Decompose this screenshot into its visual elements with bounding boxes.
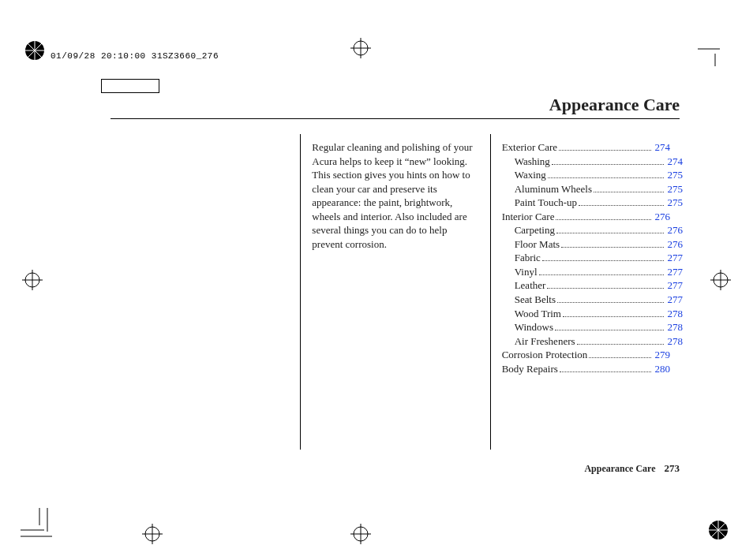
page-footer: Appearance Care 273 xyxy=(584,462,680,475)
toc-entry[interactable]: Exterior Care274 xyxy=(502,140,670,155)
toc-entry[interactable]: Fabric277 xyxy=(502,251,683,265)
toc-label: Washing xyxy=(515,155,550,169)
toc-label: Leather xyxy=(515,278,546,293)
toc-label: Interior Care xyxy=(502,210,555,224)
toc-page-number[interactable]: 277 xyxy=(667,265,683,279)
toc-entry[interactable]: Windows278 xyxy=(502,320,683,334)
toc-entry[interactable]: Paint Touch-up275 xyxy=(502,196,683,210)
column-1-empty xyxy=(111,134,300,450)
toc-page-number[interactable]: 276 xyxy=(667,223,683,237)
toc-leader-dots xyxy=(589,357,651,358)
print-stamp: 01/09/28 20:10:00 31SZ3660_276 xyxy=(51,51,219,61)
toc-leader-dots xyxy=(557,302,664,303)
toc-entry[interactable]: Aluminum Wheels275 xyxy=(502,182,683,196)
toc-page-number[interactable]: 276 xyxy=(654,210,670,224)
toc-page-number[interactable]: 276 xyxy=(667,237,683,252)
toc-page-number[interactable]: 280 xyxy=(654,362,670,376)
toc-label: Waxing xyxy=(515,168,546,182)
toc-label: Exterior Care xyxy=(502,140,557,155)
toc-page-number[interactable]: 277 xyxy=(667,251,683,265)
toc-page-number[interactable]: 278 xyxy=(667,320,683,334)
toc-leader-dots xyxy=(560,371,652,372)
registration-cross-icon xyxy=(710,270,731,290)
toc-page-number[interactable]: 279 xyxy=(654,348,670,362)
toc-label: Wood Trim xyxy=(515,307,561,321)
toc-page-number[interactable]: 275 xyxy=(667,196,683,210)
toc-label: Floor Mats xyxy=(515,237,560,252)
toc-label: Corrosion Protection xyxy=(502,348,588,362)
toc-entry[interactable]: Waxing275 xyxy=(502,168,683,182)
toc-entry[interactable]: Interior Care276 xyxy=(502,210,670,224)
toc-leader-dots xyxy=(577,344,665,345)
toc-leader-dots xyxy=(552,164,665,165)
toc-entry[interactable]: Corrosion Protection279 xyxy=(502,348,670,362)
toc-leader-dots xyxy=(579,205,664,206)
toc-leader-dots xyxy=(556,233,665,233)
toc-page-number[interactable]: 274 xyxy=(654,140,670,155)
toc-label: Seat Belts xyxy=(515,293,556,307)
toc-leader-dots xyxy=(563,316,665,317)
page-title: Appearance Care xyxy=(549,95,680,115)
toc-leader-dots xyxy=(555,330,665,330)
toc-entry[interactable]: Floor Mats276 xyxy=(502,237,683,252)
toc-label: Vinyl xyxy=(515,265,538,279)
toc-leader-dots xyxy=(559,150,651,151)
toc-page-number[interactable]: 275 xyxy=(667,168,683,182)
registration-cross-icon xyxy=(142,524,163,544)
placeholder-box xyxy=(101,79,159,93)
toc-leader-dots xyxy=(556,219,651,220)
toc-entry[interactable]: Leather277 xyxy=(502,278,683,293)
column-3-toc: Exterior Care274Washing274Waxing275Alumi… xyxy=(490,134,680,450)
toc-label: Carpeting xyxy=(515,223,555,237)
horizontal-rule xyxy=(111,118,680,119)
toc-page-number[interactable]: 278 xyxy=(667,334,683,349)
toc-label: Windows xyxy=(515,320,553,334)
toc-leader-dots xyxy=(594,192,664,192)
toc-entry[interactable]: Washing274 xyxy=(502,155,683,169)
toc-label: Aluminum Wheels xyxy=(515,182,592,196)
toc-leader-dots xyxy=(539,274,665,275)
registration-cross-icon xyxy=(350,38,371,58)
crop-mark-icon xyxy=(698,33,732,66)
toc-page-number[interactable]: 277 xyxy=(667,278,683,293)
toc-entry[interactable]: Air Fresheners278 xyxy=(502,334,683,349)
toc-label: Body Repairs xyxy=(502,362,558,376)
toc-entry[interactable]: Seat Belts277 xyxy=(502,293,683,307)
toc-entry[interactable]: Vinyl277 xyxy=(502,265,683,279)
footer-section-name: Appearance Care xyxy=(584,463,655,474)
toc-entry[interactable]: Wood Trim278 xyxy=(502,307,683,321)
registration-cross-icon xyxy=(22,270,43,290)
toc-label: Fabric xyxy=(515,251,541,265)
toc-leader-dots xyxy=(548,177,665,178)
toc-page-number[interactable]: 274 xyxy=(667,155,683,169)
toc-leader-dots xyxy=(547,288,664,289)
registration-mark-icon xyxy=(24,39,46,62)
registration-cross-icon xyxy=(350,524,371,544)
toc-leader-dots xyxy=(561,247,664,248)
intro-paragraph: Regular cleaning and polishing of your A… xyxy=(312,140,480,251)
toc-leader-dots xyxy=(542,260,665,261)
toc-page-number[interactable]: 278 xyxy=(667,307,683,321)
footer-page-number: 273 xyxy=(665,462,680,474)
content-columns: Regular cleaning and polishing of your A… xyxy=(111,134,680,450)
registration-mark-icon xyxy=(707,519,729,541)
toc-label: Paint Touch-up xyxy=(515,196,577,210)
toc-entry[interactable]: Body Repairs280 xyxy=(502,362,670,376)
toc-label: Air Fresheners xyxy=(515,334,575,349)
crop-mark-icon xyxy=(21,508,60,547)
toc-entry[interactable]: Carpeting276 xyxy=(502,223,683,237)
toc-page-number[interactable]: 277 xyxy=(667,293,683,307)
toc-page-number[interactable]: 275 xyxy=(667,182,683,196)
column-2-intro: Regular cleaning and polishing of your A… xyxy=(300,134,489,450)
